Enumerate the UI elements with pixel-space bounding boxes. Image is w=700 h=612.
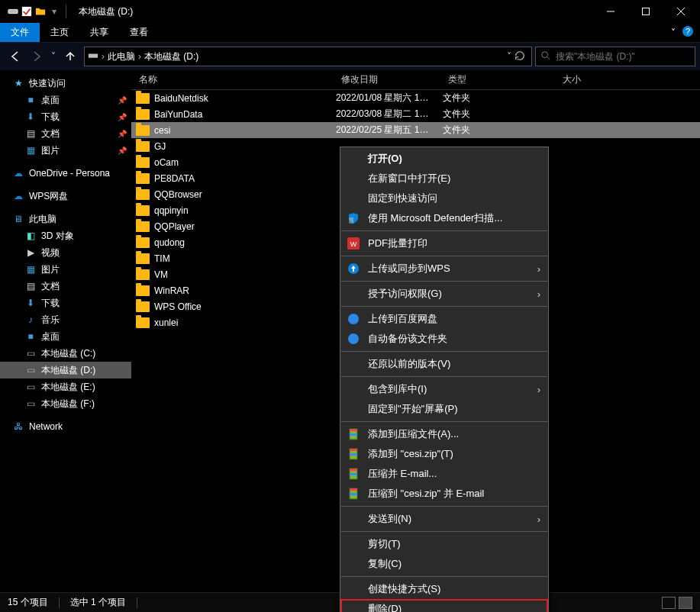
baidu-icon	[347, 312, 360, 326]
cm-pdf-print[interactable]: WPDF批量打印	[340, 234, 548, 253]
svg-rect-18	[350, 429, 357, 431]
chevron-right-icon[interactable]: ›	[102, 51, 105, 62]
music-icon: ♪	[24, 314, 37, 326]
breadcrumb-segment[interactable]: 此电脑	[108, 50, 135, 63]
sidebar-item-music[interactable]: ♪音乐	[0, 311, 131, 328]
sidebar-item-drive-f[interactable]: ▭本地磁盘 (F:)	[0, 395, 131, 412]
sidebar-item-videos[interactable]: ▶视频	[0, 244, 131, 261]
cm-create-shortcut[interactable]: 创建快捷方式(S)	[340, 579, 548, 599]
separator	[341, 256, 547, 256]
cm-cut[interactable]: 剪切(T)	[340, 534, 548, 554]
cm-compress-zip-email[interactable]: 压缩到 "cesi.zip" 并 E-mail	[340, 484, 548, 504]
address-dropdown-icon[interactable]: ˅	[507, 51, 511, 62]
cm-pin-start[interactable]: 固定到"开始"屏幕(P)	[340, 399, 548, 419]
folder-icon	[136, 189, 150, 200]
cm-include-library[interactable]: 包含到库中(I)›	[340, 379, 548, 399]
qat-dropdown-icon[interactable]: ▾	[49, 6, 60, 17]
svg-rect-8	[89, 53, 98, 57]
table-row[interactable]: BaiYunData2022/03/08 星期二 1…文件夹	[131, 106, 700, 122]
folder-icon	[136, 317, 150, 328]
search-box[interactable]	[535, 47, 695, 66]
file-name: xunlei	[154, 317, 336, 328]
up-button[interactable]	[60, 46, 81, 67]
back-button[interactable]	[5, 46, 26, 67]
column-name[interactable]: 名称	[131, 73, 334, 86]
cm-baidu-upload[interactable]: 上传到百度网盘	[340, 309, 548, 329]
column-date[interactable]: 修改日期	[334, 73, 440, 86]
sidebar-network[interactable]: 🖧Network	[0, 418, 131, 435]
tab-home[interactable]: 主页	[40, 23, 79, 42]
forward-button[interactable]	[26, 46, 47, 67]
desktop-icon: ■	[24, 330, 37, 343]
view-thumbnails-icon[interactable]	[679, 597, 692, 609]
cm-auto-backup[interactable]: 自动备份该文件夹	[340, 329, 548, 349]
svg-rect-3	[643, 8, 650, 15]
sidebar-item-downloads[interactable]: ⬇下载📌	[0, 108, 131, 125]
cm-compress-email[interactable]: 压缩并 E-mail...	[340, 464, 548, 484]
svg-rect-0	[8, 9, 18, 13]
drive-icon: ▭	[24, 381, 37, 393]
sidebar-onedrive[interactable]: ☁OneDrive - Persona	[0, 165, 131, 182]
cm-open-new-window[interactable]: 在新窗口中打开(E)	[340, 169, 548, 188]
ribbon-collapse-icon[interactable]: ˅	[671, 27, 676, 38]
sidebar-item-documents[interactable]: ▤文档	[0, 278, 131, 295]
cm-grant-access[interactable]: 授予访问权限(G)›	[340, 284, 548, 304]
sidebar-item-label: 快速访问	[29, 77, 66, 90]
file-tab[interactable]: 文件	[0, 23, 40, 42]
minimize-button[interactable]	[593, 0, 628, 23]
sidebar-item-pictures[interactable]: ▦图片	[0, 261, 131, 278]
download-icon: ⬇	[24, 297, 37, 309]
sidebar-wps[interactable]: ☁WPS网盘	[0, 188, 131, 205]
tab-view[interactable]: 查看	[119, 23, 159, 42]
sidebar-quick-access[interactable]: ★ 快速访问	[0, 75, 131, 92]
cm-copy[interactable]: 复制(C)	[340, 554, 548, 574]
cm-pin-quick-access[interactable]: 固定到快速访问	[340, 188, 548, 208]
sidebar-item-drive-c[interactable]: ▭本地磁盘 (C:)	[0, 345, 131, 362]
cm-add-archive[interactable]: 添加到压缩文件(A)...	[340, 424, 548, 444]
table-row[interactable]: cesi2022/02/25 星期五 1…文件夹	[131, 122, 700, 138]
help-icon[interactable]: ?	[682, 25, 694, 40]
view-details-icon[interactable]	[662, 597, 676, 609]
cm-send-to[interactable]: 发送到(N)›	[340, 509, 548, 529]
recent-dropdown-icon[interactable]: ˅	[47, 46, 60, 67]
address-bar[interactable]: › 此电脑 › 本地磁盘 (D:) ˅	[84, 47, 532, 66]
cm-wps-sync[interactable]: 上传或同步到WPS›	[340, 259, 548, 279]
cm-previous-versions[interactable]: 还原以前的版本(V)	[340, 354, 548, 374]
cm-open[interactable]: 打开(O)	[340, 149, 548, 169]
separator	[66, 5, 66, 18]
separator	[59, 598, 60, 608]
column-type[interactable]: 类型	[440, 73, 555, 86]
sidebar-item-drive-e[interactable]: ▭本地磁盘 (E:)	[0, 378, 131, 395]
context-menu: 打开(O) 在新窗口中打开(E) 固定到快速访问 使用 Microsoft De…	[340, 147, 549, 612]
maximize-button[interactable]	[628, 0, 663, 23]
checkbox-icon[interactable]	[21, 6, 32, 17]
sidebar-item-pictures[interactable]: ▦图片📌	[0, 142, 131, 159]
sidebar-item-desktop[interactable]: ■桌面📌	[0, 92, 131, 108]
sidebar-this-pc[interactable]: 🖥此电脑	[0, 211, 131, 227]
close-button[interactable]	[663, 0, 698, 23]
svg-rect-21	[350, 449, 357, 451]
separator	[137, 598, 137, 608]
window-title: 本地磁盘 (D:)	[79, 5, 133, 18]
search-input[interactable]	[556, 51, 690, 62]
column-size[interactable]: 大小	[555, 73, 700, 86]
chevron-right-icon: ›	[537, 514, 540, 525]
sidebar-item-documents[interactable]: ▤文档📌	[0, 125, 131, 142]
cm-add-zip[interactable]: 添加到 "cesi.zip"(T)	[340, 444, 548, 464]
svg-rect-28	[350, 493, 357, 495]
table-row[interactable]: BaiduNetdisk2022/01/08 星期六 1…文件夹	[131, 90, 700, 106]
cm-defender-scan[interactable]: 使用 Microsoft Defender扫描...	[340, 208, 548, 228]
chevron-right-icon[interactable]: ›	[138, 51, 141, 62]
sidebar-item-3d[interactable]: ◧3D 对象	[0, 227, 131, 244]
sidebar-item-desktop[interactable]: ■桌面	[0, 328, 131, 345]
refresh-icon[interactable]	[515, 50, 525, 63]
file-date: 2022/02/25 星期五 1…	[336, 124, 443, 137]
picture-icon: ▦	[24, 144, 37, 156]
sidebar-item-drive-d[interactable]: ▭本地磁盘 (D:)	[0, 362, 131, 378]
file-name: oCam	[154, 157, 336, 168]
breadcrumb-segment[interactable]: 本地磁盘 (D:)	[144, 50, 198, 63]
tab-share[interactable]: 共享	[79, 23, 119, 42]
sidebar-item-downloads[interactable]: ⬇下载	[0, 295, 131, 311]
file-name: cesi	[154, 125, 336, 136]
cm-delete[interactable]: 删除(D)	[340, 599, 548, 612]
